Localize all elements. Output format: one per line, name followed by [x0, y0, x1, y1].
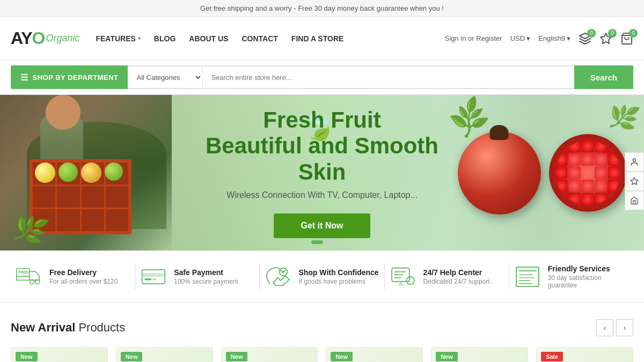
- hero-left-scene: 🌿: [11, 95, 172, 250]
- svg-rect-13: [153, 278, 157, 280]
- chevron-down-icon: ▾: [138, 35, 141, 41]
- section-header: New Arrival Products ‹ ›: [11, 319, 633, 336]
- product-image: New 🍎: [116, 348, 213, 362]
- carousel-dot-1[interactable]: [311, 240, 323, 244]
- feature-confidence: Shop With Confidence If goods have probl…: [265, 263, 378, 290]
- list-item[interactable]: New 🍎 Fresh Apple $3.49: [116, 347, 213, 362]
- shop-by-department-button[interactable]: ☰ SHOP BY DEPARTMENT: [11, 65, 128, 89]
- feature-title: Free Delivery: [49, 268, 118, 277]
- nav-features[interactable]: FEATURES ▾: [96, 34, 140, 43]
- section-title: New Arrival Products: [11, 321, 125, 335]
- top-banner: Get free shipping and a worry - Free 30 …: [0, 0, 644, 17]
- svg-rect-27: [516, 267, 539, 271]
- sidebar-wishlist-icon-btn[interactable]: [625, 172, 644, 191]
- nav-about[interactable]: ABOUT US: [189, 34, 228, 43]
- list-item[interactable]: New 🍊 Organic Orange $4.99: [11, 347, 108, 362]
- nav-arrows: ‹ ›: [596, 319, 633, 336]
- chevron-down-icon: ▾: [567, 34, 570, 42]
- list-item[interactable]: New 🥭 Mango $5.99: [326, 347, 423, 362]
- feature-divider-2: [259, 263, 260, 290]
- list-item[interactable]: Sale 🫐 Mixed Berries $6.49: [536, 347, 633, 362]
- nav-contact[interactable]: CONTACT: [241, 34, 277, 43]
- hero-title: Fresh Fruit Beautiful and Smooth Skin: [188, 107, 456, 185]
- products-grid: New 🍊 Organic Orange $4.99 New 🍎 Fresh A…: [11, 347, 633, 362]
- search-button[interactable]: Search: [574, 65, 633, 89]
- hero-cta-button[interactable]: Get it Now: [274, 213, 370, 238]
- header-right: Sign in or Register USD ▾ English9 ▾ 0 0: [445, 32, 633, 45]
- product-image: New 🍊: [11, 348, 107, 362]
- search-input[interactable]: [203, 67, 574, 88]
- feature-divider-3: [384, 263, 385, 290]
- layers-icon-btn[interactable]: 0: [579, 32, 591, 45]
- svg-point-19: [406, 277, 414, 285]
- feature-desc: 100% secure payment: [174, 278, 238, 285]
- sidebar-user-icon-btn[interactable]: [625, 152, 644, 172]
- header-icons: 0 0 0: [579, 32, 633, 45]
- new-badge: New: [436, 352, 458, 361]
- home-icon: [630, 196, 639, 205]
- feature-title: 24/7 Help Center: [423, 268, 490, 277]
- svg-marker-3: [631, 178, 638, 184]
- feature-desc: If goods have problems: [298, 278, 378, 285]
- currency-selector[interactable]: USD ▾: [510, 34, 530, 42]
- next-arrow-button[interactable]: ›: [616, 319, 633, 336]
- product-image: New 🥭: [326, 348, 422, 362]
- svg-rect-11: [142, 273, 165, 277]
- product-image: Sale 🫐: [537, 348, 633, 362]
- feature-friendly: Friendly Services 30 day satisfaction gu…: [515, 262, 628, 292]
- svg-text:FREE: FREE: [18, 270, 28, 275]
- safe-payment-icon: [141, 267, 166, 286]
- wishlist-icon-btn[interactable]: 0: [599, 32, 612, 45]
- product-image: New 🥑: [431, 348, 528, 362]
- logo[interactable]: AYO Organic: [11, 28, 79, 48]
- hero-right-scene: 🌿 🌿: [440, 95, 644, 250]
- wishlist-badge: 0: [608, 29, 617, 38]
- carousel-dot-2[interactable]: [327, 240, 333, 244]
- new-badge: New: [331, 352, 353, 361]
- search-wrapper: All Categories Fruits Vegetables Organic…: [128, 65, 575, 89]
- svg-rect-12: [145, 278, 151, 280]
- main-nav: FEATURES ▾ BLOG ABOUT US CONTACT FIND A …: [96, 34, 444, 43]
- hero-content: Fresh Fruit Beautiful and Smooth Skin Wi…: [188, 107, 456, 238]
- layers-badge: 0: [587, 29, 596, 38]
- cart-badge: 0: [629, 29, 638, 38]
- list-item[interactable]: New 🥑 Avocado $3.29: [431, 347, 528, 362]
- user-icon: [630, 158, 639, 166]
- svg-text:!: !: [408, 279, 410, 284]
- nav-blog[interactable]: BLOG: [154, 34, 175, 43]
- feature-safe-payment: Safe Payment 100% secure payment: [141, 264, 254, 289]
- chevron-down-icon: ▾: [526, 34, 530, 42]
- feature-desc: Dedicated 24/7 support: [423, 278, 490, 285]
- star-icon: [630, 177, 639, 186]
- feature-divider-1: [135, 263, 135, 290]
- friendly-services-icon: [515, 266, 540, 287]
- feature-free-delivery: FREE Free Delivery For all orders over $…: [16, 263, 129, 290]
- cart-icon-btn[interactable]: 0: [620, 32, 633, 45]
- feature-title: Safe Payment: [174, 268, 238, 277]
- prev-arrow-button[interactable]: ‹: [596, 319, 613, 336]
- new-badge: New: [121, 352, 143, 361]
- nav-find-store[interactable]: FIND A STORE: [291, 34, 344, 43]
- sale-badge: Sale: [541, 352, 563, 361]
- sign-in-link[interactable]: Sign in or Register: [445, 34, 502, 42]
- banner-text: Get free shipping and a worry - Free 30 …: [200, 4, 444, 12]
- right-sidebar: [625, 152, 644, 210]
- feature-desc: 30 day satisfaction guarantee: [548, 274, 628, 289]
- new-badge: New: [226, 352, 248, 361]
- feature-divider-4: [509, 263, 509, 290]
- list-item[interactable]: New 🥗 Green Salad $2.99: [221, 347, 318, 362]
- feature-title: Friendly Services: [548, 264, 628, 273]
- carousel-dots: [311, 240, 333, 244]
- hero-banner: 🌿 🌿 🌿: [0, 95, 644, 250]
- svg-point-2: [633, 159, 635, 161]
- sidebar-home-icon-btn[interactable]: [625, 191, 644, 210]
- language-selector[interactable]: English9 ▾: [538, 34, 570, 42]
- confidence-icon: [265, 266, 291, 287]
- category-select[interactable]: All Categories Fruits Vegetables Organic…: [128, 67, 203, 88]
- header: AYO Organic FEATURES ▾ BLOG ABOUT US CON…: [0, 17, 644, 60]
- product-image: New 🥗: [222, 348, 318, 362]
- logo-ayo: AYO: [11, 28, 45, 48]
- search-row: ☰ SHOP BY DEPARTMENT All Categories Frui…: [0, 60, 644, 95]
- free-delivery-icon: FREE: [16, 266, 42, 287]
- new-badge: New: [16, 352, 38, 361]
